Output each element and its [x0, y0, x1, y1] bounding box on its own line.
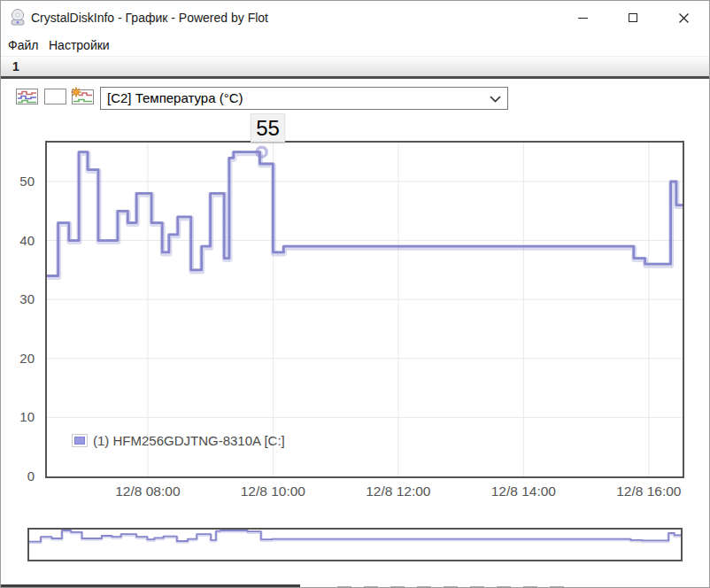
y-tick-label: 50 [1, 174, 35, 190]
show-all-graphs-button[interactable] [15, 87, 39, 106]
series-select-value: [C2] Температура (°C) [107, 88, 243, 109]
tab-disk-1[interactable]: 1 [12, 59, 19, 74]
y-tick-label: 0 [1, 468, 35, 484]
legend-label: (1) HFM256GDJTNG-8310A [C:] [93, 433, 285, 448]
y-tick-label: 10 [1, 409, 35, 425]
y-tick-label: 40 [1, 233, 35, 249]
plot-background [45, 141, 684, 478]
hover-tooltip: 55 [251, 113, 285, 143]
legend-swatch [72, 434, 88, 447]
menu-bar: Файл Настройки [1, 35, 709, 56]
tab-bar: 1 [1, 56, 709, 79]
x-tick-label: 12/8 16:00 [616, 484, 681, 499]
maximize-icon [629, 13, 637, 22]
legend-swatch-fill [74, 437, 85, 445]
temperature-chart[interactable] [45, 141, 684, 478]
app-window: CrystalDiskInfo - График - Powered by Fl… [0, 0, 710, 588]
menu-item-settings[interactable]: Настройки [45, 35, 113, 56]
x-tick-label: 12/8 12:00 [366, 484, 430, 499]
y-tick-label: 30 [1, 291, 35, 307]
x-tick-label: 12/8 08:00 [115, 484, 180, 499]
new-chart-icon [71, 87, 95, 106]
blank-chart-icon [43, 87, 67, 106]
x-tick-label: 12/8 10:00 [241, 484, 305, 499]
minimize-icon [578, 18, 588, 19]
close-button[interactable] [663, 2, 704, 34]
x-axis-labels: 12/8 08:0012/8 10:0012/8 12:0012/8 14:00… [45, 484, 684, 503]
minimize-button[interactable] [562, 2, 603, 34]
chart-legend: (1) HFM256GDJTNG-8310A [C:] [72, 433, 285, 448]
window-title: CrystalDiskInfo - График - Powered by Fl… [31, 1, 268, 35]
title-bar[interactable]: CrystalDiskInfo - График - Powered by Fl… [1, 1, 709, 35]
maximize-button[interactable] [613, 2, 653, 34]
app-icon [10, 8, 26, 26]
overview-chart[interactable] [27, 528, 683, 561]
chevron-down-icon [490, 96, 501, 103]
cropped-bottom-edge [1, 584, 300, 588]
menu-item-file[interactable]: Файл [4, 35, 42, 56]
multi-series-chart-icon [15, 87, 39, 106]
show-blank-graph-button[interactable] [43, 87, 67, 106]
overview-background [27, 528, 683, 561]
x-tick-label: 12/8 14:00 [491, 484, 556, 499]
close-icon [678, 12, 690, 24]
y-axis-labels: 01020304050 [1, 141, 40, 478]
series-select-dropdown[interactable]: [C2] Температура (°C) [100, 87, 508, 110]
y-tick-label: 20 [1, 351, 35, 367]
create-new-graph-button[interactable] [71, 87, 95, 106]
